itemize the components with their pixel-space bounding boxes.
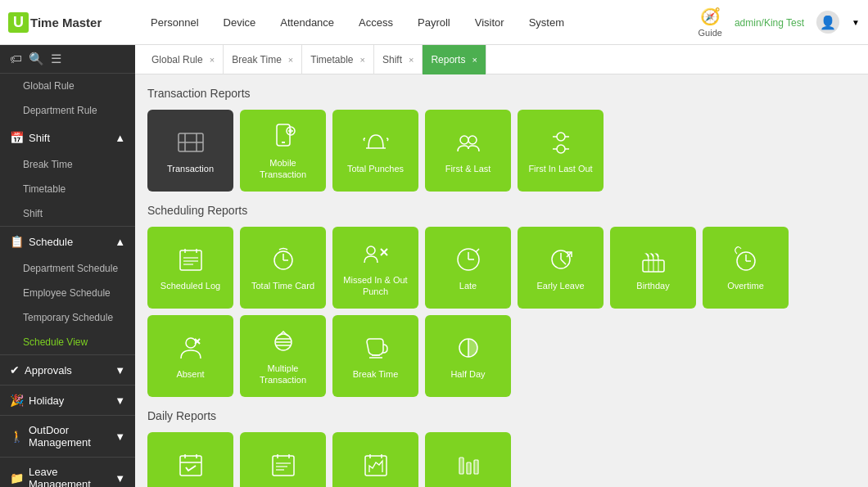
svg-rect-71 (474, 460, 478, 474)
scheduling-reports-title: Scheduling Reports (147, 204, 856, 217)
sidebar-item-emp-schedule[interactable]: Employee Schedule (0, 281, 135, 305)
card-break-time[interactable]: Break Time (332, 315, 418, 397)
tab-timetable-label: Timetable (310, 54, 353, 65)
sidebar-section-leave: 📁 Leave Management ▼ (0, 458, 135, 487)
card-daily-status[interactable]: Daily Status (425, 432, 511, 487)
card-half-day[interactable]: Half Day (425, 315, 511, 397)
tab-break-time[interactable]: Break Time × (224, 45, 302, 74)
nav-payroll[interactable]: Payroll (406, 10, 462, 35)
top-navigation: U Time Master Personnel Device Attendanc… (0, 0, 868, 45)
daily-reports-grid: Daily Attendance Daily Details (147, 432, 856, 487)
nav-system[interactable]: System (518, 10, 576, 35)
break-time-icon (360, 332, 391, 363)
svg-rect-60 (273, 456, 294, 476)
tab-global-rule-label: Global Rule (151, 54, 203, 65)
sidebar-header-holiday[interactable]: 🎉 Holiday ▼ (0, 386, 135, 415)
card-total-punches[interactable]: Total Punches (332, 110, 418, 192)
nav-personnel[interactable]: Personnel (139, 10, 210, 35)
tab-shift-close[interactable]: × (409, 55, 414, 65)
nav-visitor[interactable]: Visitor (463, 10, 516, 35)
user-avatar[interactable]: 👤 (816, 11, 839, 34)
card-overtime[interactable]: Overtime (703, 227, 789, 309)
card-daily-summary[interactable]: Daily Summary (332, 432, 418, 487)
scheduling-reports-grid: Scheduled Log Total Time Card (147, 227, 856, 397)
nav-items: Personnel Device Attendance Access Payro… (139, 10, 698, 35)
card-first-in-last-out-label: First In Last Out (528, 163, 592, 174)
chevron-down-icon: ▼ (115, 364, 125, 377)
tab-timetable[interactable]: Timetable × (302, 45, 374, 74)
sidebar-header-shift[interactable]: 📅 Shift ▲ (0, 123, 135, 152)
svg-rect-69 (459, 458, 463, 474)
sidebar: 🏷 🔍 ☰ Global Rule Department Rule 📅 Shif… (0, 45, 135, 487)
card-daily-details[interactable]: Daily Details (240, 432, 326, 487)
sidebar-item-temp-schedule[interactable]: Temporary Schedule (0, 305, 135, 330)
guide-label: Guide (698, 28, 722, 38)
card-missed-punch[interactable]: Missed In & Out Punch (332, 227, 418, 309)
card-first-last[interactable]: First & Last (425, 110, 511, 192)
svg-point-27 (367, 246, 375, 255)
svg-rect-70 (467, 462, 471, 474)
svg-point-13 (557, 145, 565, 153)
card-early-leave-label: Early Leave (536, 280, 584, 291)
tab-reports[interactable]: Reports × (423, 45, 486, 74)
tab-global-rule[interactable]: Global Rule × (143, 45, 224, 74)
sidebar-item-shift[interactable]: Shift (0, 201, 135, 226)
guide-button[interactable]: 🧭 Guide (698, 7, 722, 38)
card-total-punches-label: Total Punches (347, 163, 404, 174)
punches-icon (360, 127, 391, 158)
chevron-up-icon: ▲ (115, 132, 125, 144)
tab-shift-label: Shift (382, 54, 402, 65)
card-late[interactable]: Late (425, 227, 511, 309)
dropdown-icon[interactable]: ▼ (852, 18, 860, 27)
sidebar-section-schedule: 📋 Schedule ▲ Department Schedule Employe… (0, 227, 135, 355)
tab-break-time-close[interactable]: × (288, 55, 293, 65)
card-first-in-last-out[interactable]: First In Last Out (518, 110, 604, 192)
daily-reports-title: Daily Reports (147, 409, 856, 422)
svg-point-45 (186, 338, 196, 348)
card-transaction[interactable]: Transaction (147, 110, 233, 192)
sidebar-item-schedule-view[interactable]: Schedule View (0, 330, 135, 354)
daily-summary-icon (360, 449, 391, 480)
tag-icon[interactable]: 🏷 (10, 52, 22, 66)
approvals-icon: ✔ (10, 363, 20, 377)
card-birthday-label: Birthday (636, 280, 669, 291)
tab-shift[interactable]: Shift × (374, 45, 423, 74)
sidebar-header-schedule[interactable]: 📋 Schedule ▲ (0, 227, 135, 256)
sidebar-item-dept-schedule[interactable]: Department Schedule (0, 256, 135, 281)
outdoor-icon: 🚶 (10, 430, 24, 443)
card-birthday[interactable]: Birthday (610, 227, 696, 309)
nav-access[interactable]: Access (347, 10, 405, 35)
chevron-down-icon3: ▼ (115, 431, 125, 443)
tab-global-rule-close[interactable]: × (210, 55, 215, 65)
sidebar-header-approvals[interactable]: ✔ Approvals ▼ (0, 355, 135, 385)
card-break-time-label: Break Time (353, 368, 399, 380)
sidebar-item-department-rule[interactable]: Department Rule (0, 98, 135, 123)
card-absent-label: Absent (176, 368, 204, 380)
sidebar-leave-label: Leave Management (29, 466, 115, 487)
tab-timetable-close[interactable]: × (360, 55, 365, 65)
tab-reports-label: Reports (431, 54, 465, 65)
sidebar-item-break-time[interactable]: Break Time (0, 152, 135, 177)
search-icon[interactable]: 🔍 (29, 52, 44, 66)
daily-attendance-icon (175, 449, 206, 480)
card-daily-attendance[interactable]: Daily Attendance (147, 432, 233, 487)
tab-reports-close[interactable]: × (472, 55, 477, 65)
card-absent[interactable]: Absent (147, 315, 233, 397)
leave-icon: 📁 (10, 471, 24, 485)
card-first-last-label: First & Last (445, 163, 491, 174)
card-mobile-transaction[interactable]: Mobile Transaction (240, 110, 326, 192)
card-total-time-card-label: Total Time Card (251, 280, 314, 291)
first-last-icon (453, 127, 484, 158)
card-multiple-transaction[interactable]: Multiple Transaction (240, 315, 326, 397)
sidebar-header-outdoor[interactable]: 🚶 OutDoor Management ▼ (0, 416, 135, 457)
sidebar-item-global-rule[interactable]: Global Rule (0, 74, 135, 98)
sidebar-header-leave[interactable]: 📁 Leave Management ▼ (0, 458, 135, 487)
card-scheduled-log[interactable]: Scheduled Log (147, 227, 233, 309)
list-icon[interactable]: ☰ (51, 52, 61, 66)
nav-device[interactable]: Device (212, 10, 268, 35)
card-total-time-card[interactable]: Total Time Card (240, 227, 326, 309)
app-logo[interactable]: U Time Master (8, 12, 123, 33)
card-early-leave[interactable]: Early Leave (518, 227, 604, 309)
nav-attendance[interactable]: Attendance (269, 10, 346, 35)
sidebar-item-timetable[interactable]: Timetable (0, 177, 135, 201)
